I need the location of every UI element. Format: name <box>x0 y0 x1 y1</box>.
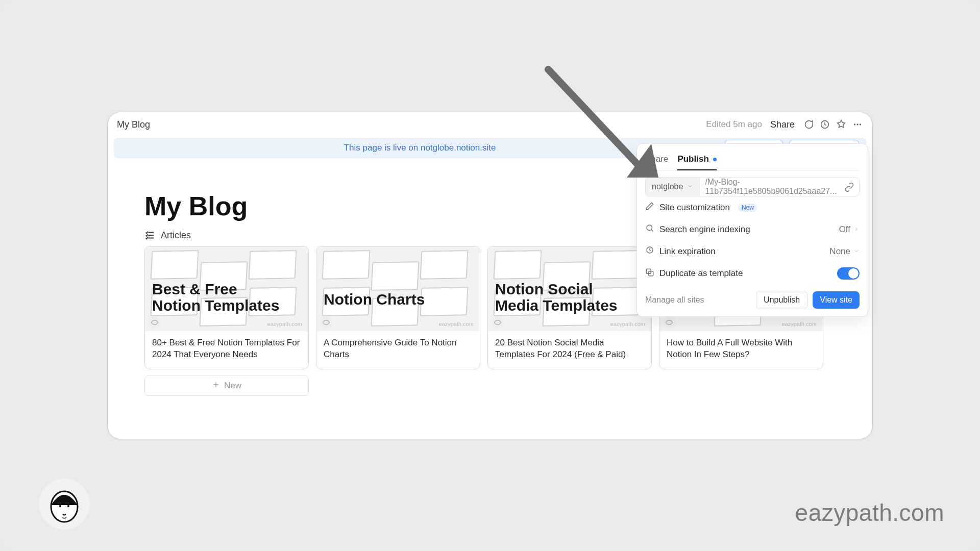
clock-icon <box>645 245 654 257</box>
card-overlay: Notion Charts <box>324 291 473 308</box>
card-brand: eazypath.com <box>267 321 302 327</box>
popover-actions: Manage all sites Unpublish View site <box>645 285 860 309</box>
site-customization-row[interactable]: Site customization New <box>645 196 860 218</box>
site-url: notglobe /My-Blog-11b7354f11e5805b9061d2… <box>645 177 860 196</box>
article-card[interactable]: Notion SocialMedia Templateseazypath.com… <box>487 246 652 369</box>
svg-point-2 <box>856 123 858 125</box>
edited-label: Edited 5m ago <box>706 119 762 130</box>
section-label[interactable]: Articles <box>144 230 191 241</box>
new-label: New <box>224 381 241 391</box>
article-card[interactable]: Notion Chartseazypath.comA Comprehensive… <box>316 246 480 369</box>
new-badge: New <box>738 204 757 212</box>
unpublish-button[interactable]: Unpublish <box>756 291 807 309</box>
card-brand: eazypath.com <box>439 321 474 327</box>
svg-point-6 <box>647 225 652 231</box>
article-card[interactable]: Best & FreeNotion Templateseazypath.com8… <box>144 246 309 369</box>
watermark: eazypath.com <box>795 499 944 527</box>
duplicate-toggle[interactable] <box>837 267 860 280</box>
plus-icon <box>212 381 220 391</box>
avatar <box>39 479 90 530</box>
card-brand: eazypath.com <box>782 321 817 327</box>
link-expiration-row[interactable]: Link expiration None <box>645 240 860 262</box>
link-value: None <box>829 246 850 257</box>
publish-dot-icon <box>713 158 717 161</box>
card-overlay: Notion SocialMedia Templates <box>495 281 644 313</box>
duplicate-label: Duplicate as template <box>659 268 743 279</box>
card-caption: 20 Best Notion Social Media Templates Fo… <box>488 331 651 369</box>
site-chip[interactable]: notglobe <box>645 177 699 196</box>
view-site-button[interactable]: View site <box>813 291 860 309</box>
card-brand: eazypath.com <box>610 321 645 327</box>
list-icon <box>144 230 156 241</box>
section-label-text: Articles <box>161 230 191 241</box>
card-thumb-icon <box>149 317 160 328</box>
toolbar: My Blog Edited 5m ago Share <box>108 112 872 137</box>
card-overlay: Best & FreeNotion Templates <box>152 281 301 313</box>
publish-popover[interactable]: Share Publish notglobe /My-Blog-11b7354f… <box>636 143 868 317</box>
chevron-down-icon <box>687 182 693 191</box>
site-path[interactable]: /My-Blog-11b7354f11e5805b9061d25aaa27... <box>699 177 860 196</box>
customization-label: Site customization <box>659 203 730 213</box>
chevron-down-icon <box>853 246 860 257</box>
card-thumb-icon <box>492 317 503 328</box>
search-indexing-label: Search engine indexing <box>659 224 750 235</box>
search-value: Off <box>839 224 850 235</box>
app-window: My Blog Edited 5m ago Share <box>107 112 873 439</box>
popover-tabs: Share Publish <box>645 151 860 171</box>
duplicate-icon <box>645 268 654 280</box>
more-icon[interactable] <box>852 119 863 130</box>
tab-share[interactable]: Share <box>645 151 668 170</box>
tab-publish[interactable]: Publish <box>677 151 716 170</box>
comment-icon[interactable] <box>803 119 814 130</box>
banner-text: This page is live on notglobe.notion.sit… <box>121 143 719 153</box>
toolbar-right: Edited 5m ago Share <box>706 119 863 130</box>
card-caption: How to Build A Full Website With Notion … <box>659 331 823 369</box>
svg-point-1 <box>854 123 855 125</box>
breadcrumb[interactable]: My Blog <box>117 119 150 130</box>
chevron-right-icon <box>853 224 860 235</box>
copy-link-icon[interactable] <box>843 181 856 194</box>
svg-point-15 <box>67 505 69 507</box>
svg-point-14 <box>59 505 61 507</box>
duplicate-template-row[interactable]: Duplicate as template <box>645 262 860 285</box>
card-thumb-icon <box>664 317 675 328</box>
clock-icon[interactable] <box>819 119 830 130</box>
search-icon <box>645 223 654 235</box>
pencil-icon <box>645 202 654 213</box>
card-caption: 80+ Best & Free Notion Templates For 202… <box>145 331 308 369</box>
search-indexing-row[interactable]: Search engine indexing Off <box>645 218 860 240</box>
site-path-text: /My-Blog-11b7354f11e5805b9061d25aaa27... <box>705 178 854 196</box>
share-link[interactable]: Share <box>767 119 798 130</box>
new-card[interactable]: New <box>144 375 309 396</box>
card-thumb-icon <box>321 317 332 328</box>
card-caption: A Comprehensive Guide To Notion Charts <box>316 331 480 369</box>
site-chip-text: notglobe <box>652 182 683 191</box>
link-expiration-label: Link expiration <box>659 246 716 257</box>
svg-point-3 <box>860 123 861 125</box>
star-icon[interactable] <box>836 119 847 130</box>
manage-sites[interactable]: Manage all sites <box>645 295 751 305</box>
